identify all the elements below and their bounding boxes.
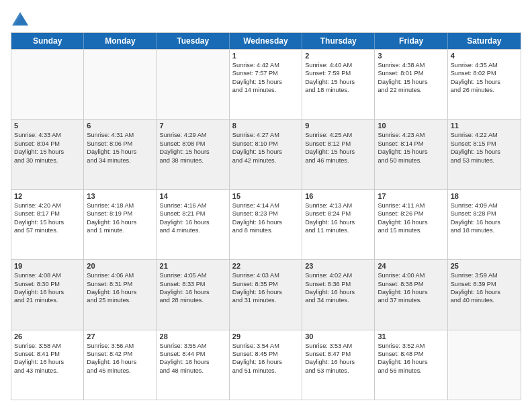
cell-line: Sunset: 8:28 PM bbox=[451, 210, 518, 218]
cell-line: Daylight: 15 hours bbox=[232, 78, 299, 86]
cal-week-1: 1Sunrise: 4:42 AMSunset: 7:57 PMDaylight… bbox=[11, 49, 521, 119]
cell-line: Daylight: 16 hours bbox=[232, 288, 299, 296]
cell-line: Daylight: 16 hours bbox=[160, 358, 226, 366]
cell-line: Sunrise: 4:22 AM bbox=[451, 131, 518, 139]
cell-line: Daylight: 16 hours bbox=[87, 288, 153, 296]
cell-line: Sunset: 8:30 PM bbox=[14, 280, 81, 288]
cal-header-friday: Friday bbox=[375, 33, 447, 49]
cal-cell-empty-0-1 bbox=[84, 50, 157, 119]
day-number: 18 bbox=[451, 192, 518, 200]
cell-line: and 57 minutes. bbox=[14, 226, 81, 234]
cell-line: and 22 minutes. bbox=[378, 86, 444, 94]
cal-cell-12: 12Sunrise: 4:20 AMSunset: 8:17 PMDayligh… bbox=[11, 190, 84, 259]
cell-line: Daylight: 16 hours bbox=[14, 358, 81, 366]
cell-line: and 40 minutes. bbox=[451, 296, 518, 304]
cell-line: Daylight: 16 hours bbox=[87, 218, 153, 226]
cell-line: Sunrise: 4:05 AM bbox=[160, 271, 226, 279]
day-number: 21 bbox=[160, 262, 226, 270]
cell-line: Sunset: 8:06 PM bbox=[87, 140, 153, 148]
cal-cell-19: 19Sunrise: 4:08 AMSunset: 8:30 PMDayligh… bbox=[11, 260, 84, 329]
day-number: 6 bbox=[87, 122, 153, 130]
cell-line: Sunset: 8:26 PM bbox=[378, 210, 444, 218]
cal-cell-5: 5Sunrise: 4:33 AMSunset: 8:04 PMDaylight… bbox=[11, 120, 84, 189]
cell-line: and 53 minutes. bbox=[305, 367, 371, 375]
cell-line: and 34 minutes. bbox=[305, 296, 371, 304]
cal-cell-24: 24Sunrise: 4:00 AMSunset: 8:38 PMDayligh… bbox=[375, 260, 447, 329]
cell-line: Sunset: 8:23 PM bbox=[232, 210, 299, 218]
cell-line: Daylight: 16 hours bbox=[87, 358, 153, 366]
cal-cell-10: 10Sunrise: 4:23 AMSunset: 8:14 PMDayligh… bbox=[375, 120, 447, 189]
cell-line: Daylight: 15 hours bbox=[378, 148, 444, 156]
day-number: 3 bbox=[378, 52, 444, 60]
cell-line: and 15 minutes. bbox=[378, 226, 444, 234]
cell-line: and 25 minutes. bbox=[87, 296, 153, 304]
cell-line: Sunset: 8:33 PM bbox=[160, 280, 226, 288]
cal-cell-23: 23Sunrise: 4:02 AMSunset: 8:36 PMDayligh… bbox=[302, 260, 375, 329]
cell-line: Sunrise: 3:52 AM bbox=[378, 342, 444, 350]
cell-line: Daylight: 15 hours bbox=[451, 78, 518, 86]
cell-line: and 28 minutes. bbox=[160, 296, 226, 304]
cell-line: Sunrise: 3:56 AM bbox=[87, 342, 153, 350]
cal-header-monday: Monday bbox=[84, 33, 157, 49]
cell-line: and 53 minutes. bbox=[451, 156, 518, 165]
cal-cell-empty-0-2 bbox=[157, 50, 230, 119]
cell-line: Sunset: 8:19 PM bbox=[87, 210, 153, 218]
cell-line: Sunset: 8:15 PM bbox=[451, 140, 518, 148]
cell-line: Sunset: 8:41 PM bbox=[14, 350, 81, 358]
cell-line: and 11 minutes. bbox=[305, 226, 371, 234]
cell-line: Sunset: 8:12 PM bbox=[305, 140, 371, 148]
day-number: 19 bbox=[14, 262, 81, 270]
cell-line: Sunrise: 4:18 AM bbox=[87, 201, 153, 210]
cell-line: Sunrise: 4:03 AM bbox=[232, 271, 299, 279]
cell-line: Sunset: 8:24 PM bbox=[305, 210, 371, 218]
cell-line: Daylight: 16 hours bbox=[232, 218, 299, 226]
cell-line: Daylight: 15 hours bbox=[160, 148, 226, 156]
logo bbox=[11, 11, 28, 26]
cell-line: Daylight: 16 hours bbox=[378, 358, 444, 366]
cal-cell-21: 21Sunrise: 4:05 AMSunset: 8:33 PMDayligh… bbox=[157, 260, 230, 329]
cell-line: Sunset: 8:38 PM bbox=[378, 280, 444, 288]
cell-line: Sunrise: 4:31 AM bbox=[87, 131, 153, 139]
cell-line: Sunset: 8:01 PM bbox=[378, 69, 444, 77]
cell-line: Daylight: 15 hours bbox=[232, 148, 299, 156]
cell-line: Sunrise: 4:38 AM bbox=[378, 61, 444, 69]
cell-line: Daylight: 16 hours bbox=[305, 218, 371, 226]
cell-line: Daylight: 15 hours bbox=[14, 148, 81, 156]
day-number: 9 bbox=[305, 122, 371, 130]
day-number: 7 bbox=[160, 122, 226, 130]
cell-line: Sunset: 8:47 PM bbox=[305, 350, 371, 358]
cal-cell-4: 4Sunrise: 4:35 AMSunset: 8:02 PMDaylight… bbox=[448, 50, 521, 119]
cell-line: Sunrise: 3:55 AM bbox=[160, 342, 226, 350]
cell-line: Sunrise: 4:16 AM bbox=[160, 201, 226, 210]
day-number: 11 bbox=[451, 122, 518, 130]
cell-line: Daylight: 16 hours bbox=[378, 288, 444, 296]
logo-icon bbox=[12, 12, 28, 26]
page: SundayMondayTuesdayWednesdayThursdayFrid… bbox=[0, 0, 532, 411]
cell-line: Sunset: 8:45 PM bbox=[232, 350, 299, 358]
calendar-body: 1Sunrise: 4:42 AMSunset: 7:57 PMDaylight… bbox=[11, 49, 521, 400]
day-number: 4 bbox=[451, 52, 518, 60]
cell-line: and 51 minutes. bbox=[232, 367, 299, 375]
cell-line: and 18 minutes. bbox=[305, 86, 371, 94]
cell-line: and 46 minutes. bbox=[305, 156, 371, 165]
cell-line: and 30 minutes. bbox=[14, 156, 81, 165]
cell-line: Sunset: 8:42 PM bbox=[87, 350, 153, 358]
cell-line: Daylight: 16 hours bbox=[232, 358, 299, 366]
cell-line: Sunrise: 4:23 AM bbox=[378, 131, 444, 139]
day-number: 22 bbox=[232, 262, 299, 270]
day-number: 15 bbox=[232, 192, 299, 200]
cell-line: and 21 minutes. bbox=[14, 296, 81, 304]
cell-line: and 42 minutes. bbox=[232, 156, 299, 165]
cell-line: Sunrise: 4:13 AM bbox=[305, 201, 371, 210]
cell-line: Sunset: 8:08 PM bbox=[160, 140, 226, 148]
cal-cell-27: 27Sunrise: 3:56 AMSunset: 8:42 PMDayligh… bbox=[84, 330, 157, 400]
cell-line: Daylight: 16 hours bbox=[305, 358, 371, 366]
cal-cell-9: 9Sunrise: 4:25 AMSunset: 8:12 PMDaylight… bbox=[302, 120, 375, 189]
cell-line: Daylight: 16 hours bbox=[160, 288, 226, 296]
cal-cell-26: 26Sunrise: 3:58 AMSunset: 8:41 PMDayligh… bbox=[11, 330, 84, 400]
day-number: 16 bbox=[305, 192, 371, 200]
cell-line: and 56 minutes. bbox=[378, 367, 444, 375]
cal-cell-3: 3Sunrise: 4:38 AMSunset: 8:01 PMDaylight… bbox=[375, 50, 447, 119]
cell-line: Sunrise: 4:25 AM bbox=[305, 131, 371, 139]
cell-line: and 45 minutes. bbox=[87, 367, 153, 375]
